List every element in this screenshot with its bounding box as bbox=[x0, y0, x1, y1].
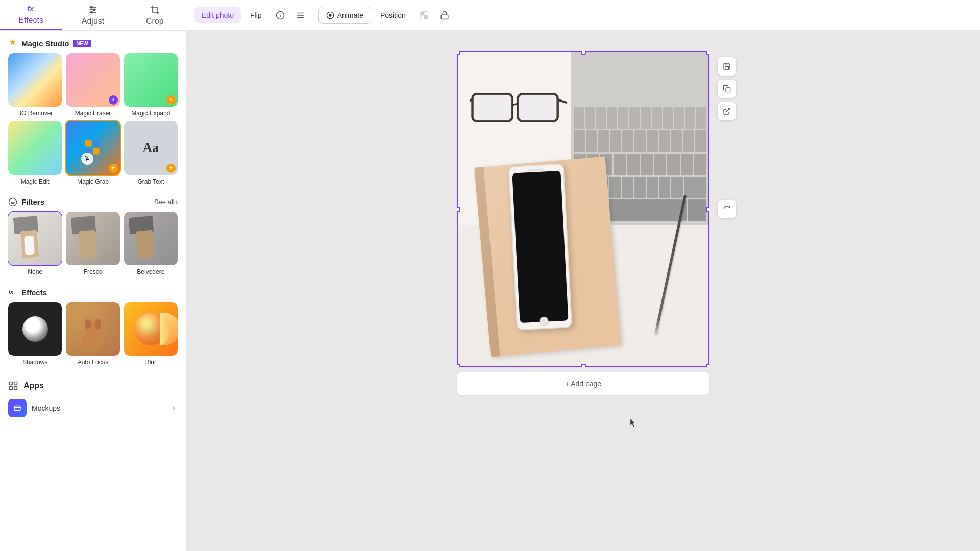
duplicate-icon bbox=[723, 85, 731, 93]
magic-studio-section: Magic Studio NEW BG Remover bbox=[0, 31, 186, 189]
animate-button[interactable]: Animate bbox=[318, 7, 371, 24]
svg-rect-20 bbox=[85, 140, 92, 147]
svg-point-6 bbox=[91, 11, 92, 13]
mockups-svg bbox=[13, 404, 22, 413]
svg-rect-16 bbox=[424, 11, 428, 15]
info-button[interactable] bbox=[271, 6, 289, 24]
svg-rect-41 bbox=[518, 94, 557, 121]
filter-none-label: None bbox=[28, 268, 42, 276]
svg-rect-15 bbox=[420, 11, 424, 15]
save-library-icon bbox=[723, 62, 731, 70]
magic-expand-badge bbox=[166, 95, 176, 105]
tab-crop[interactable]: Crop bbox=[124, 0, 186, 30]
filter-none-item[interactable]: None bbox=[8, 212, 62, 276]
add-page-bar[interactable]: + Add page bbox=[457, 372, 709, 395]
filter-belvedere-item[interactable]: Belvedere bbox=[124, 212, 178, 276]
lock-button[interactable] bbox=[435, 6, 454, 24]
star-icon4 bbox=[168, 166, 174, 171]
position-button[interactable]: Position bbox=[373, 7, 413, 23]
grab-text-badge bbox=[166, 164, 176, 173]
menu-icon bbox=[296, 11, 305, 20]
svg-rect-40 bbox=[472, 94, 512, 121]
effect-shadows-item[interactable]: Shadows bbox=[8, 302, 62, 366]
phone-screen bbox=[512, 171, 568, 323]
tab-effects[interactable]: fx Effects bbox=[0, 0, 62, 30]
flip-button[interactable]: Flip bbox=[243, 7, 269, 23]
bg-remover-item[interactable]: BG Remover bbox=[8, 53, 62, 117]
filter-fresco-item[interactable]: Fresco bbox=[66, 212, 119, 276]
desk-scene bbox=[457, 51, 709, 367]
svg-rect-32 bbox=[10, 387, 13, 390]
shadows-graphic bbox=[22, 316, 48, 342]
tab-adjust[interactable]: Adjust bbox=[62, 0, 124, 30]
edit-photo-button[interactable]: Edit photo bbox=[194, 7, 241, 23]
svg-rect-42 bbox=[726, 88, 730, 92]
effects-section-title: Effects bbox=[21, 288, 47, 297]
magic-grab-item[interactable]: 🖱 Magic Grab bbox=[66, 121, 119, 185]
filters-title: Filters bbox=[21, 197, 44, 206]
apps-icon bbox=[8, 381, 18, 391]
svg-line-43 bbox=[726, 108, 730, 112]
star-icon3 bbox=[111, 166, 116, 171]
svg-rect-21 bbox=[93, 140, 100, 147]
sidebar: Magic Studio NEW BG Remover bbox=[0, 31, 186, 551]
magic-edit-item[interactable]: Magic Edit bbox=[8, 121, 62, 185]
svg-rect-17 bbox=[420, 15, 424, 19]
magic-eraser-badge bbox=[109, 95, 118, 105]
cursor-svg bbox=[630, 418, 636, 429]
star-icon2 bbox=[168, 97, 174, 103]
svg-point-4 bbox=[91, 6, 92, 8]
svg-rect-19 bbox=[441, 15, 448, 19]
duplicate-button[interactable] bbox=[718, 80, 736, 98]
cursor-indicator: 🖱 bbox=[81, 153, 93, 165]
magic-grab-badge bbox=[109, 164, 118, 173]
svg-point-5 bbox=[93, 9, 95, 10]
glasses-graphic bbox=[470, 77, 583, 140]
cursor-position bbox=[630, 418, 636, 429]
effects-section: fx Effects Shadows bbox=[0, 280, 186, 370]
magic-studio-icon bbox=[8, 39, 17, 48]
magic-edit-label: Magic Edit bbox=[21, 178, 50, 185]
bg-remover-label: BG Remover bbox=[17, 110, 53, 117]
open-external-button[interactable] bbox=[718, 102, 736, 120]
save-to-library-button[interactable] bbox=[718, 57, 736, 76]
magic-grab-label: Magic Grab bbox=[77, 178, 109, 185]
filter-fresco-label: Fresco bbox=[84, 268, 103, 276]
effect-blur-label: Blur bbox=[145, 359, 156, 366]
glasses-svg bbox=[470, 77, 583, 140]
effect-blur-item[interactable]: Blur bbox=[124, 302, 178, 366]
new-badge: NEW bbox=[73, 40, 91, 47]
effect-autofocus-label: Auto Focus bbox=[78, 359, 109, 366]
menu-button[interactable] bbox=[291, 6, 310, 24]
svg-rect-33 bbox=[14, 387, 17, 390]
svg-line-39 bbox=[557, 99, 566, 103]
effects-section-icon: fx bbox=[8, 288, 17, 297]
grab-text-item[interactable]: Aa Grab Text bbox=[124, 121, 178, 185]
mockups-item[interactable]: Mockups bbox=[8, 395, 178, 421]
transparency-icon bbox=[420, 11, 429, 20]
magic-expand-label: Magic Expand bbox=[131, 110, 170, 117]
filters-section: Filters See all › bbox=[0, 189, 186, 280]
phone-graphic bbox=[508, 164, 573, 331]
effect-autofocus-item[interactable]: Auto Focus bbox=[66, 302, 119, 366]
adjust-icon bbox=[88, 5, 98, 15]
svg-rect-18 bbox=[424, 15, 428, 19]
canvas-area: + Add page bbox=[186, 31, 980, 551]
transparency-button[interactable] bbox=[415, 6, 433, 24]
effects-grid: Shadows bbox=[0, 302, 186, 370]
canvas-container bbox=[457, 51, 709, 367]
canvas-image[interactable] bbox=[457, 51, 709, 367]
side-refresh-button[interactable] bbox=[718, 200, 736, 218]
svg-text:fx: fx bbox=[9, 289, 14, 295]
star-icon bbox=[111, 97, 116, 103]
magic-expand-item[interactable]: Magic Expand bbox=[124, 53, 178, 117]
tab-effects-label: Effects bbox=[18, 16, 43, 25]
see-all-button[interactable]: See all › bbox=[154, 198, 178, 206]
animate-icon bbox=[326, 11, 334, 19]
magic-eraser-item[interactable]: Magic Eraser bbox=[66, 53, 119, 117]
grab-text-label: Grab Text bbox=[137, 178, 164, 185]
mockups-label: Mockups bbox=[32, 404, 60, 412]
refresh-icon bbox=[723, 205, 731, 213]
info-icon bbox=[276, 11, 285, 20]
apps-title: Apps bbox=[23, 381, 44, 390]
